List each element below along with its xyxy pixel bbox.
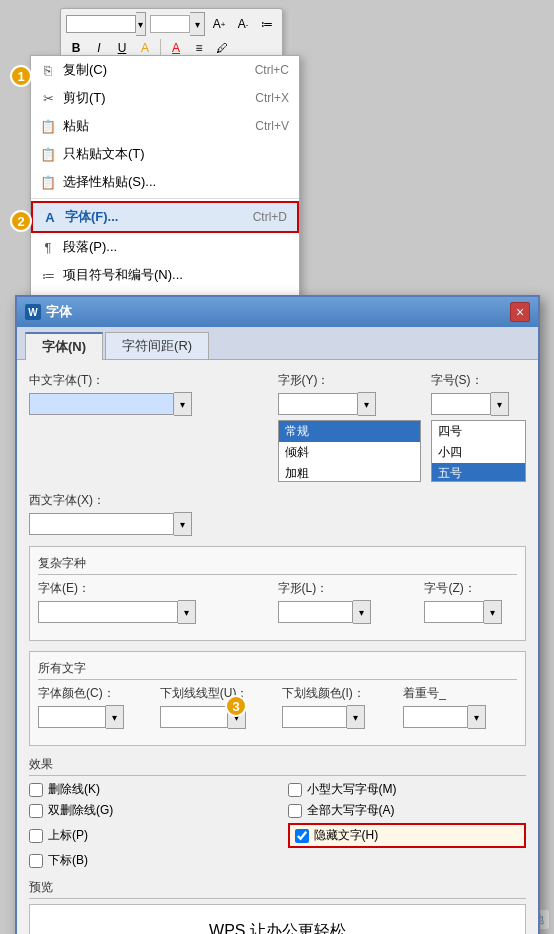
dialog-close-button[interactable]: × bbox=[510, 302, 530, 322]
context-menu-item-font[interactable]: A 字体(F)... Ctrl+D bbox=[31, 201, 299, 233]
complex-font-label: 字体(E)： bbox=[38, 580, 270, 597]
emphasis-dropdown-btn[interactable]: ▾ bbox=[468, 705, 486, 729]
style-option-bold[interactable]: 加粗 bbox=[279, 463, 420, 482]
double-strikethrough-checkbox[interactable] bbox=[29, 804, 43, 818]
style-option-italic[interactable]: 倾斜 bbox=[279, 442, 420, 463]
context-menu-item-paste[interactable]: 📋 粘贴 Ctrl+V bbox=[31, 112, 299, 140]
font-name-dropdown[interactable]: ▾ bbox=[136, 12, 146, 36]
tab-font[interactable]: 字体(N) bbox=[25, 332, 103, 360]
style-dropdown-btn[interactable]: ▾ bbox=[358, 392, 376, 416]
style-listbox[interactable]: 常规 倾斜 加粗 bbox=[278, 420, 421, 482]
emphasis-combo[interactable]: (无) ▾ bbox=[403, 705, 517, 729]
size-input[interactable]: 五号 bbox=[431, 393, 491, 415]
effect-double-strikethrough[interactable]: 双删除线(G) bbox=[29, 802, 268, 819]
complex-size-combo[interactable]: 小四 ▾ bbox=[424, 600, 517, 624]
chinese-font-label: 中文字体(T)： bbox=[29, 372, 268, 389]
western-font-dropdown-btn[interactable]: ▾ bbox=[174, 512, 192, 536]
effect-superscript[interactable]: 上标(P) bbox=[29, 823, 268, 848]
underline-style-combo[interactable]: (无) ▾ bbox=[160, 705, 274, 729]
decrease-font-btn[interactable]: A- bbox=[233, 14, 253, 34]
western-font-combo[interactable]: +西文正文 ▾ bbox=[29, 512, 273, 536]
chinese-font-combo[interactable]: 田文正文 ▾ bbox=[29, 392, 268, 416]
size-option-5[interactable]: 五号 bbox=[432, 463, 525, 482]
emphasis-group: 着重号_ (无) ▾ bbox=[403, 685, 517, 729]
chinese-font-dropdown-btn[interactable]: ▾ bbox=[174, 392, 192, 416]
complex-font-dropdown-btn[interactable]: ▾ bbox=[178, 600, 196, 624]
font-name-combo[interactable]: Calibri ▾ bbox=[66, 12, 146, 36]
hidden-checkbox[interactable] bbox=[295, 829, 309, 843]
font-color-dropdown-btn[interactable]: ▾ bbox=[106, 705, 124, 729]
underline-color-combo[interactable]: 自动 ▾ bbox=[282, 705, 396, 729]
all-caps-checkbox[interactable] bbox=[288, 804, 302, 818]
hidden-label: 隐藏文字(H) bbox=[314, 827, 379, 844]
underline-color-input[interactable]: 自动 bbox=[282, 706, 347, 728]
all-text-section-label: 所有文字 bbox=[38, 660, 517, 680]
listbox-row: 常规 倾斜 加粗 四号 小四 五号 bbox=[29, 420, 526, 482]
context-menu-item-paste-text[interactable]: 📋 只粘贴文本(T) bbox=[31, 140, 299, 168]
subscript-checkbox[interactable] bbox=[29, 854, 43, 868]
effects-grid: 删除线(K) 小型大写字母(M) 双删除线(G) 全部大写字母(A) bbox=[29, 781, 526, 869]
complex-font-combo[interactable]: Times New Roman ▾ bbox=[38, 600, 270, 624]
underline-style-group: 下划线线型(U)： (无) ▾ bbox=[160, 685, 274, 729]
font-size-input[interactable]: 五号 bbox=[150, 15, 190, 33]
dialog-tabs: 字体(N) 字符间距(R) bbox=[17, 327, 538, 360]
style-listbox-container: 常规 倾斜 加粗 bbox=[278, 420, 421, 482]
step-badge-3: 3 bbox=[225, 695, 247, 717]
underline-style-input[interactable]: (无) bbox=[160, 706, 228, 728]
size-dropdown-btn[interactable]: ▾ bbox=[491, 392, 509, 416]
complex-size-input[interactable]: 小四 bbox=[424, 601, 484, 623]
dialog-title: 字体 bbox=[46, 303, 72, 321]
bullets-label: 项目符号和编号(N)... bbox=[63, 266, 183, 284]
effect-all-caps[interactable]: 全部大写字母(A) bbox=[288, 802, 527, 819]
subscript-label: 下标(B) bbox=[48, 852, 88, 869]
complex-font-input[interactable]: Times New Roman bbox=[38, 601, 178, 623]
context-menu-item-cut[interactable]: ✂ 剪切(T) Ctrl+X bbox=[31, 84, 299, 112]
style-option-regular[interactable]: 常规 bbox=[279, 421, 420, 442]
emphasis-input[interactable]: (无) bbox=[403, 706, 468, 728]
strikethrough-label: 删除线(K) bbox=[48, 781, 100, 798]
context-menu-item-copy[interactable]: ⎘ 复制(C) Ctrl+C bbox=[31, 56, 299, 84]
chinese-font-input[interactable]: 田文正文 bbox=[29, 393, 174, 415]
size-option-xiaosi[interactable]: 小四 bbox=[432, 442, 525, 463]
small-caps-checkbox[interactable] bbox=[288, 783, 302, 797]
underline-color-dropdown-btn[interactable]: ▾ bbox=[347, 705, 365, 729]
size-listbox[interactable]: 四号 小四 五号 bbox=[431, 420, 526, 482]
separator-1 bbox=[31, 198, 299, 199]
increase-font-btn[interactable]: A+ bbox=[209, 14, 229, 34]
font-label: 字体(F)... bbox=[65, 208, 118, 226]
superscript-checkbox[interactable] bbox=[29, 829, 43, 843]
strikethrough-checkbox[interactable] bbox=[29, 783, 43, 797]
style-input[interactable]: 常规 bbox=[278, 393, 358, 415]
paste-text-icon: 📋 bbox=[39, 147, 57, 162]
effect-strikethrough[interactable]: 删除线(K) bbox=[29, 781, 268, 798]
effect-small-caps[interactable]: 小型大写字母(M) bbox=[288, 781, 527, 798]
western-font-row: 西文字体(X)： +西文正文 ▾ bbox=[29, 492, 526, 536]
size-option-4[interactable]: 四号 bbox=[432, 421, 525, 442]
complex-style-dropdown-btn[interactable]: ▾ bbox=[353, 600, 371, 624]
font-size-dropdown[interactable]: ▾ bbox=[190, 12, 205, 36]
font-size-combo[interactable]: 五号 ▾ bbox=[150, 12, 205, 36]
size-combo[interactable]: 五号 ▾ bbox=[431, 392, 526, 416]
step-badge-2: 2 bbox=[10, 210, 32, 232]
western-font-input[interactable]: +西文正文 bbox=[29, 513, 174, 535]
context-menu-item-paste-special[interactable]: 📋 选择性粘贴(S)... bbox=[31, 168, 299, 196]
small-caps-label: 小型大写字母(M) bbox=[307, 781, 397, 798]
context-menu-item-paragraph[interactable]: ¶ 段落(P)... bbox=[31, 233, 299, 261]
dialog-titlebar: W 字体 × bbox=[17, 297, 538, 327]
font-color-combo[interactable]: 自动 ▾ bbox=[38, 705, 152, 729]
effect-hidden[interactable]: 隐藏文字(H) bbox=[288, 823, 527, 848]
mini-toolbar: Calibri ▾ 五号 ▾ A+ A- ≔ B I U A A ≡ 🖊 bbox=[60, 8, 283, 62]
complex-size-dropdown-btn[interactable]: ▾ bbox=[484, 600, 502, 624]
complex-style-combo[interactable]: 常规 ▾ bbox=[278, 600, 417, 624]
cut-shortcut: Ctrl+X bbox=[235, 91, 289, 105]
font-color-input[interactable]: 自动 bbox=[38, 706, 106, 728]
complex-font-section-label: 复杂字种 bbox=[38, 555, 517, 575]
context-menu-item-bullets[interactable]: ≔ 项目符号和编号(N)... bbox=[31, 261, 299, 289]
effect-subscript[interactable]: 下标(B) bbox=[29, 852, 268, 869]
font-name-input[interactable]: Calibri bbox=[66, 15, 136, 33]
tab-spacing[interactable]: 字符间距(R) bbox=[105, 332, 209, 359]
format-btn[interactable]: ≔ bbox=[257, 14, 277, 34]
style-combo[interactable]: 常规 ▾ bbox=[278, 392, 421, 416]
complex-style-input[interactable]: 常规 bbox=[278, 601, 353, 623]
dialog-body: 中文字体(T)： 田文正文 ▾ 字形(Y)： 常规 ▾ 字号(S)： 五号 ▾ bbox=[17, 360, 538, 934]
